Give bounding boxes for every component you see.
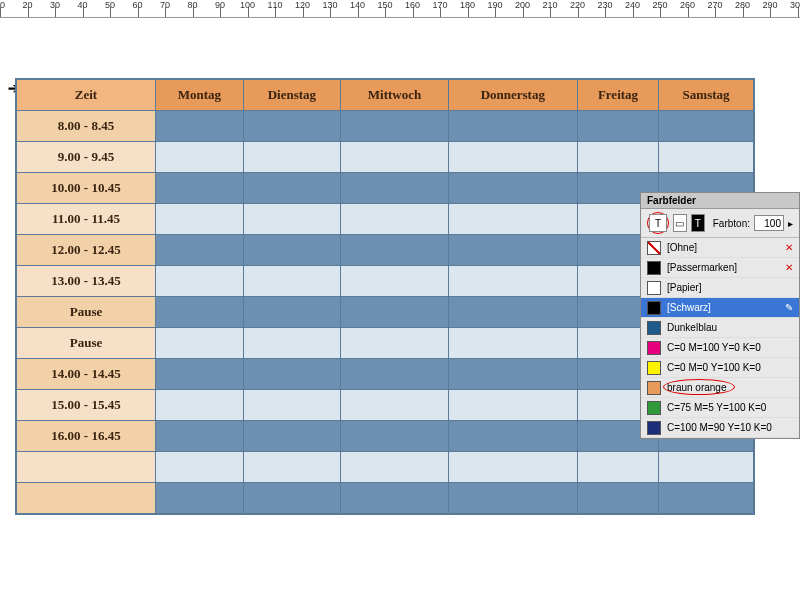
schedule-cell[interactable] — [156, 235, 244, 266]
schedule-cell[interactable] — [243, 452, 341, 483]
schedule-cell[interactable] — [156, 142, 244, 173]
schedule-cell[interactable] — [448, 204, 577, 235]
time-cell[interactable]: 14.00 - 14.45 — [17, 359, 156, 390]
tint-stepper-icon[interactable]: ▸ — [788, 218, 793, 229]
schedule-cell[interactable] — [243, 111, 341, 142]
schedule-cell[interactable] — [156, 359, 244, 390]
swatch-list: [Ohne]✕[Passermarken]✕[Papier][Schwarz]✎… — [641, 238, 799, 438]
schedule-cell[interactable] — [341, 421, 449, 452]
schedule-cell[interactable] — [341, 297, 449, 328]
schedule-cell[interactable] — [156, 328, 244, 359]
swatch-label: [Ohne] — [667, 242, 779, 253]
time-cell[interactable]: 8.00 - 8.45 — [17, 111, 156, 142]
fill-stroke-icon[interactable]: T — [691, 214, 705, 232]
swatch-color-icon — [647, 401, 661, 415]
schedule-cell[interactable] — [448, 297, 577, 328]
schedule-cell[interactable] — [341, 204, 449, 235]
time-cell[interactable] — [17, 483, 156, 514]
schedule-cell[interactable] — [243, 328, 341, 359]
swatch-row[interactable]: C=75 M=5 Y=100 K=0 — [641, 398, 799, 418]
schedule-cell[interactable] — [448, 359, 577, 390]
column-header: Zeit — [17, 80, 156, 111]
swatch-row[interactable]: braun orange — [641, 378, 799, 398]
swatch-color-icon — [647, 321, 661, 335]
time-cell[interactable]: 10.00 - 10.45 — [17, 173, 156, 204]
tint-input[interactable] — [754, 215, 784, 231]
schedule-cell[interactable] — [156, 390, 244, 421]
schedule-cell[interactable] — [341, 390, 449, 421]
schedule-cell[interactable] — [156, 111, 244, 142]
schedule-cell[interactable] — [243, 266, 341, 297]
document-canvas[interactable]: ➔ ZeitMontagDienstagMittwochDonnerstagFr… — [0, 18, 800, 600]
schedule-cell[interactable] — [341, 266, 449, 297]
schedule-cell[interactable] — [243, 173, 341, 204]
swatches-panel[interactable]: Farbfelder T ▭ T Farbton: ▸ [Ohne]✕[Pass… — [640, 192, 800, 439]
schedule-cell[interactable] — [341, 235, 449, 266]
schedule-cell[interactable] — [341, 483, 449, 514]
schedule-cell[interactable] — [243, 421, 341, 452]
fill-container-icon[interactable]: ▭ — [673, 214, 687, 232]
schedule-cell[interactable] — [156, 204, 244, 235]
swatch-row[interactable]: [Papier] — [641, 278, 799, 298]
schedule-cell[interactable] — [156, 173, 244, 204]
fill-text-icon[interactable]: T — [649, 214, 667, 232]
schedule-cell[interactable] — [659, 111, 754, 142]
time-cell[interactable]: 12.00 - 12.45 — [17, 235, 156, 266]
schedule-cell[interactable] — [243, 359, 341, 390]
swatch-row[interactable]: C=100 M=90 Y=10 K=0 — [641, 418, 799, 438]
schedule-cell[interactable] — [577, 483, 658, 514]
schedule-cell[interactable] — [341, 452, 449, 483]
schedule-cell[interactable] — [156, 421, 244, 452]
schedule-cell[interactable] — [577, 142, 658, 173]
schedule-cell[interactable] — [243, 142, 341, 173]
time-cell[interactable]: 16.00 - 16.45 — [17, 421, 156, 452]
time-cell[interactable] — [17, 452, 156, 483]
schedule-cell[interactable] — [341, 328, 449, 359]
schedule-cell[interactable] — [448, 173, 577, 204]
schedule-cell[interactable] — [659, 483, 754, 514]
schedule-cell[interactable] — [448, 390, 577, 421]
swatch-row[interactable]: C=0 M=100 Y=0 K=0 — [641, 338, 799, 358]
schedule-cell[interactable] — [448, 483, 577, 514]
time-cell[interactable]: 9.00 - 9.45 — [17, 142, 156, 173]
time-cell[interactable]: 13.00 - 13.45 — [17, 266, 156, 297]
schedule-cell[interactable] — [243, 297, 341, 328]
time-cell[interactable]: Pause — [17, 328, 156, 359]
panel-title[interactable]: Farbfelder — [641, 193, 799, 209]
time-cell[interactable]: Pause — [17, 297, 156, 328]
schedule-cell[interactable] — [659, 142, 754, 173]
schedule-cell[interactable] — [448, 235, 577, 266]
schedule-cell[interactable] — [448, 328, 577, 359]
schedule-cell[interactable] — [448, 111, 577, 142]
schedule-cell[interactable] — [156, 297, 244, 328]
schedule-cell[interactable] — [243, 483, 341, 514]
schedule-cell[interactable] — [341, 111, 449, 142]
swatch-label: [Schwarz] — [667, 302, 779, 313]
schedule-cell[interactable] — [577, 452, 658, 483]
schedule-cell[interactable] — [341, 173, 449, 204]
swatch-row[interactable]: C=0 M=0 Y=100 K=0 — [641, 358, 799, 378]
schedule-cell[interactable] — [448, 452, 577, 483]
schedule-cell[interactable] — [448, 266, 577, 297]
swatch-color-icon — [647, 241, 661, 255]
swatch-row[interactable]: Dunkelblau — [641, 318, 799, 338]
schedule-cell[interactable] — [156, 483, 244, 514]
schedule-cell[interactable] — [243, 390, 341, 421]
swatch-row[interactable]: [Ohne]✕ — [641, 238, 799, 258]
schedule-cell[interactable] — [448, 421, 577, 452]
schedule-cell[interactable] — [341, 359, 449, 390]
schedule-cell[interactable] — [577, 111, 658, 142]
swatch-row[interactable]: [Schwarz]✎ — [641, 298, 799, 318]
schedule-cell[interactable] — [341, 142, 449, 173]
swatch-row[interactable]: [Passermarken]✕ — [641, 258, 799, 278]
schedule-cell[interactable] — [156, 266, 244, 297]
time-cell[interactable]: 11.00 - 11.45 — [17, 204, 156, 235]
schedule-cell[interactable] — [156, 452, 244, 483]
fill-text-icon-circle: T — [647, 212, 669, 234]
schedule-cell[interactable] — [243, 204, 341, 235]
schedule-cell[interactable] — [243, 235, 341, 266]
time-cell[interactable]: 15.00 - 15.45 — [17, 390, 156, 421]
swatch-color-icon — [647, 261, 661, 275]
schedule-cell[interactable] — [448, 142, 577, 173]
schedule-cell[interactable] — [659, 452, 754, 483]
